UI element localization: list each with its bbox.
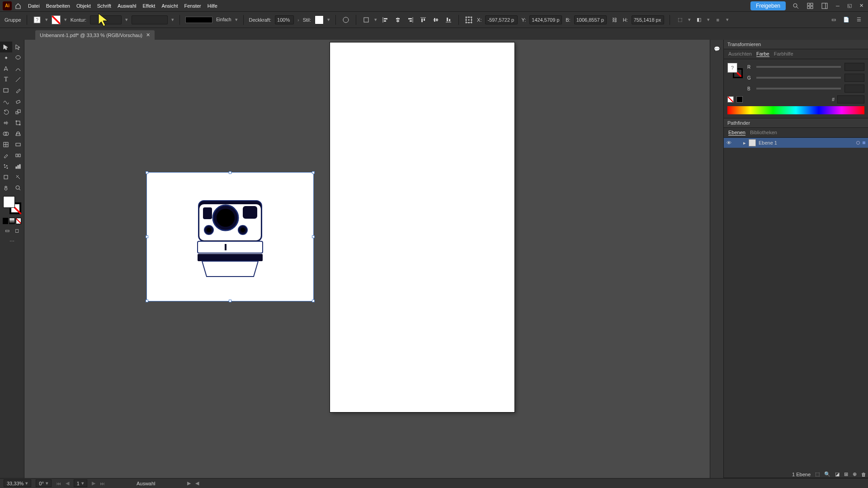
doc-setup-icon[interactable]: 📄 bbox=[842, 15, 851, 24]
fill-stroke-indicator[interactable] bbox=[3, 196, 21, 214]
gradient-tool[interactable] bbox=[12, 139, 24, 150]
new-layer-icon[interactable]: ⊕ bbox=[853, 471, 857, 477]
magic-wand-tool[interactable]: ✦ bbox=[0, 52, 12, 63]
gpu-icon[interactable]: ▭ bbox=[829, 15, 838, 24]
shape-mode-icon[interactable]: ⬚ bbox=[675, 15, 684, 24]
artboard-nav-next-icon[interactable]: ▶ bbox=[92, 480, 95, 486]
home-icon[interactable] bbox=[14, 2, 22, 9]
x-field[interactable]: -597,5722 p bbox=[485, 15, 518, 24]
artboard-number-field[interactable]: 1 ▾ bbox=[74, 479, 87, 487]
status-prev-icon[interactable]: ◀ bbox=[195, 480, 199, 486]
pen-tool[interactable] bbox=[0, 63, 12, 74]
align-top-icon[interactable] bbox=[419, 15, 428, 24]
mesh-tool[interactable] bbox=[0, 139, 12, 150]
shaper-tool[interactable] bbox=[0, 96, 12, 107]
menu-datei[interactable]: Datei bbox=[28, 3, 40, 9]
locate-layer-icon[interactable]: ⬚ bbox=[815, 471, 820, 477]
free-transform-tool[interactable] bbox=[12, 117, 24, 128]
menu-objekt[interactable]: Objekt bbox=[76, 3, 91, 9]
line-tool[interactable] bbox=[12, 74, 24, 85]
blend-tool[interactable] bbox=[12, 150, 24, 161]
zoom-tool[interactable] bbox=[12, 183, 24, 193]
properties-panel-icon[interactable]: 💬 bbox=[712, 43, 722, 54]
align-right-icon[interactable] bbox=[406, 15, 415, 24]
new-sublayer-icon[interactable]: ⊞ bbox=[844, 471, 848, 477]
artboard-tool[interactable] bbox=[0, 172, 12, 183]
canvas[interactable] bbox=[24, 40, 710, 478]
zoom-field[interactable]: 33,33% ▾ bbox=[4, 479, 31, 487]
hex-value-field[interactable] bbox=[837, 95, 864, 103]
rotation-field[interactable]: 0° ▾ bbox=[36, 479, 52, 487]
opacity-field[interactable]: 100% bbox=[275, 15, 294, 24]
slice-tool[interactable] bbox=[12, 172, 24, 183]
share-button[interactable]: Freigeben bbox=[750, 1, 786, 10]
status-play-icon[interactable]: ▶ bbox=[187, 480, 191, 486]
search-icon[interactable] bbox=[791, 1, 800, 10]
menu-auswahl[interactable]: Auswahl bbox=[118, 3, 137, 9]
search-layer-icon[interactable]: 🔍 bbox=[824, 471, 830, 477]
fill-swatch-icon[interactable]: ? bbox=[33, 15, 42, 24]
rotate-tool[interactable] bbox=[0, 107, 12, 117]
r-value-field[interactable] bbox=[844, 63, 864, 71]
width-tool[interactable] bbox=[0, 117, 12, 128]
b-value-field[interactable] bbox=[844, 84, 864, 93]
tab-close-icon[interactable]: ✕ bbox=[146, 32, 150, 38]
artboard-nav-prev-icon[interactable]: ◀ bbox=[66, 480, 69, 486]
prefs-icon[interactable]: ☰ bbox=[854, 15, 863, 24]
tab-colorguide[interactable]: Farbhilfe bbox=[774, 51, 793, 57]
color-fill-stroke-icon[interactable]: ? bbox=[727, 63, 743, 78]
b-slider[interactable] bbox=[756, 88, 841, 89]
menu-effekt[interactable]: Effekt bbox=[142, 3, 155, 9]
layer-row[interactable]: 👁 ▸ Ebene 1 bbox=[724, 138, 868, 148]
color-mode-none[interactable] bbox=[16, 218, 21, 224]
close-icon[interactable]: ✕ bbox=[858, 3, 864, 9]
graph-tool[interactable] bbox=[12, 161, 24, 172]
selected-group[interactable] bbox=[146, 172, 314, 301]
menu-hilfe[interactable]: Hilfe bbox=[208, 3, 217, 9]
hand-tool[interactable] bbox=[0, 183, 12, 193]
arrange-menu-icon[interactable]: ≡ bbox=[713, 15, 722, 24]
black-swatch-icon[interactable] bbox=[736, 96, 743, 103]
perspective-tool[interactable] bbox=[12, 128, 24, 139]
menu-ansicht[interactable]: Ansicht bbox=[161, 3, 178, 9]
tab-libraries[interactable]: Bibliotheken bbox=[750, 130, 777, 136]
color-mode-gradient[interactable] bbox=[9, 218, 14, 224]
selection-tool[interactable] bbox=[0, 42, 12, 52]
menu-schrift[interactable]: Schrift bbox=[97, 3, 111, 9]
minimize-icon[interactable]: ─ bbox=[835, 3, 841, 9]
recolor-icon[interactable] bbox=[341, 15, 350, 24]
expand-layer-icon[interactable]: ▸ bbox=[743, 140, 746, 146]
eyedropper-tool[interactable] bbox=[0, 150, 12, 161]
screen-mode-full-icon[interactable]: ◻ bbox=[13, 226, 22, 235]
edit-toolbar-icon[interactable]: ⋯ bbox=[0, 236, 24, 247]
style-field[interactable] bbox=[315, 15, 324, 24]
layer-target-icon[interactable] bbox=[856, 141, 860, 145]
color-mode-solid[interactable] bbox=[3, 218, 8, 224]
stroke-weight-field[interactable] bbox=[90, 15, 122, 24]
curvature-tool[interactable] bbox=[12, 63, 24, 74]
visibility-icon[interactable]: 👁 bbox=[726, 140, 731, 145]
direct-selection-tool[interactable] bbox=[12, 42, 24, 52]
g-slider[interactable] bbox=[756, 77, 841, 79]
w-field[interactable]: 1006,8557 p bbox=[574, 15, 607, 24]
workspace-icon[interactable] bbox=[820, 1, 829, 10]
stroke-swatch-icon[interactable] bbox=[52, 15, 61, 24]
align-left-icon[interactable] bbox=[381, 15, 390, 24]
tab-align[interactable]: Ausrichten bbox=[728, 51, 752, 57]
arrange-icon[interactable] bbox=[806, 1, 815, 10]
isolate-icon[interactable]: ◧ bbox=[694, 15, 703, 24]
eraser-tool[interactable] bbox=[12, 96, 24, 107]
align-doc-icon[interactable] bbox=[362, 15, 371, 24]
link-wh-icon[interactable]: ⛓ bbox=[610, 15, 619, 24]
delete-layer-icon[interactable]: 🗑 bbox=[861, 472, 866, 477]
lasso-tool[interactable] bbox=[12, 52, 24, 63]
stroke-profile-field[interactable] bbox=[132, 15, 168, 24]
layer-name[interactable]: Ebene 1 bbox=[759, 140, 777, 145]
h-field[interactable]: 755,1418 px bbox=[632, 15, 664, 24]
rectangle-tool[interactable] bbox=[0, 85, 12, 96]
document-tab[interactable]: Unbenannt-1.pdf* @ 33,33 % (RGB/Vorschau… bbox=[35, 30, 155, 40]
menu-fenster[interactable]: Fenster bbox=[184, 3, 201, 9]
menu-bearbeiten[interactable]: Bearbeiten bbox=[46, 3, 70, 9]
tab-color[interactable]: Farbe bbox=[756, 51, 769, 57]
align-hcenter-icon[interactable] bbox=[393, 15, 402, 24]
